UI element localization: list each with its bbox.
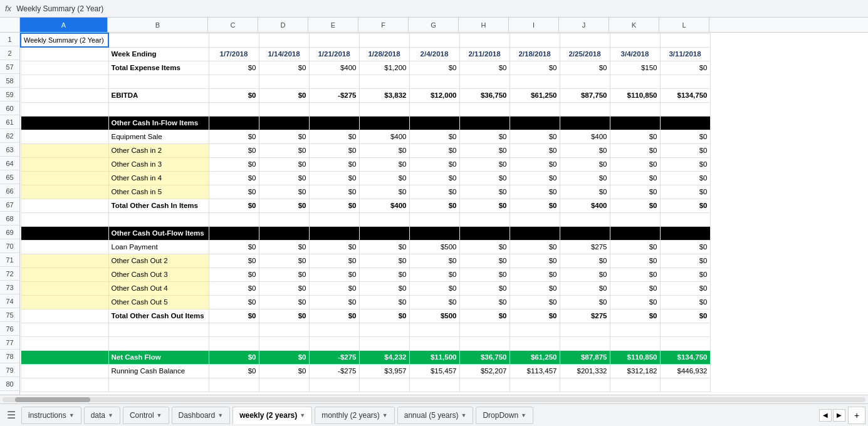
cell-f75[interactable]: $0 (359, 309, 409, 323)
cell-k57[interactable]: $150 (610, 61, 660, 75)
cell-k64[interactable]: $0 (610, 157, 660, 171)
cell-f72[interactable]: $0 (359, 268, 409, 281)
cell-b65[interactable]: Other Cash in 4 (108, 171, 209, 185)
cell-a79[interactable] (21, 364, 108, 378)
cell-k1[interactable] (610, 33, 660, 47)
cell-i65[interactable]: $0 (510, 171, 560, 185)
cell-d59[interactable]: $0 (259, 88, 309, 102)
cell-d72[interactable]: $0 (259, 268, 309, 281)
cell-h1[interactable] (459, 33, 510, 47)
cell-h67[interactable]: $0 (459, 199, 510, 212)
cell-l61[interactable] (660, 116, 710, 130)
cell-l76[interactable] (660, 323, 710, 336)
cell-c79[interactable]: $0 (209, 364, 259, 378)
cell-k80[interactable] (610, 378, 660, 392)
cell-l57[interactable]: $0 (660, 61, 710, 75)
cell-a73[interactable] (21, 281, 108, 295)
cell-h68[interactable] (459, 212, 510, 226)
cell-f70[interactable]: $0 (359, 240, 409, 254)
cell-g58[interactable] (409, 75, 459, 88)
cell-g69[interactable] (409, 226, 459, 240)
cell-c63[interactable]: $0 (209, 143, 259, 157)
cell-j79[interactable]: $201,332 (560, 364, 610, 378)
cell-h74[interactable]: $0 (459, 295, 510, 309)
cell-d74[interactable]: $0 (259, 295, 309, 309)
cell-k62[interactable]: $0 (610, 130, 660, 143)
cell-a80[interactable] (21, 378, 108, 392)
cell-b68[interactable] (108, 212, 209, 226)
cell-f61[interactable] (359, 116, 409, 130)
cell-h69[interactable] (459, 226, 510, 240)
cell-i68[interactable] (510, 212, 560, 226)
cell-k60[interactable] (610, 102, 660, 116)
cell-h73[interactable]: $0 (459, 281, 510, 295)
cell-g66[interactable]: $0 (409, 185, 459, 199)
scroll-left-button[interactable]: ◀ (819, 409, 832, 422)
cell-g61[interactable] (409, 116, 459, 130)
cell-g57[interactable]: $0 (409, 61, 459, 75)
cell-h58[interactable] (459, 75, 510, 88)
cell-f74[interactable]: $0 (359, 295, 409, 309)
cell-l62[interactable]: $0 (660, 130, 710, 143)
cell-e57[interactable]: $400 (309, 61, 359, 75)
cell-f2[interactable]: 1/28/2018 (359, 47, 409, 61)
cell-i58[interactable] (510, 75, 560, 88)
col-header-g[interactable]: G (409, 18, 459, 32)
cell-i78[interactable]: $61,250 (510, 350, 560, 364)
cell-a75[interactable] (21, 309, 108, 323)
cell-l66[interactable]: $0 (660, 185, 710, 199)
cell-c67[interactable]: $0 (209, 199, 259, 212)
cell-g74[interactable]: $0 (409, 295, 459, 309)
cell-d70[interactable]: $0 (259, 240, 309, 254)
cell-l69[interactable] (660, 226, 710, 240)
cell-h64[interactable]: $0 (459, 157, 510, 171)
cell-a68[interactable] (21, 212, 108, 226)
cell-e71[interactable]: $0 (309, 254, 359, 268)
cell-d79[interactable]: $0 (259, 364, 309, 378)
cell-f58[interactable] (359, 75, 409, 88)
cell-j69[interactable] (560, 226, 610, 240)
cell-a66[interactable] (21, 185, 108, 199)
cell-h79[interactable]: $52,207 (459, 364, 510, 378)
cell-c66[interactable]: $0 (209, 185, 259, 199)
cell-e62[interactable]: $0 (309, 130, 359, 143)
tab-annual-5years[interactable]: annual (5 years) ▼ (397, 407, 474, 424)
col-header-l[interactable]: L (659, 18, 709, 32)
cell-l78[interactable]: $134,750 (660, 350, 710, 364)
cell-f68[interactable] (359, 212, 409, 226)
cell-j68[interactable] (560, 212, 610, 226)
cell-f71[interactable]: $0 (359, 254, 409, 268)
scroll-right-button[interactable]: ▶ (833, 409, 845, 422)
cell-k65[interactable]: $0 (610, 171, 660, 185)
cell-b58[interactable] (108, 75, 209, 88)
cell-b2[interactable]: Week Ending (108, 47, 209, 61)
cell-f66[interactable]: $0 (359, 185, 409, 199)
cell-l58[interactable] (660, 75, 710, 88)
col-header-b[interactable]: B (108, 18, 208, 32)
cell-b64[interactable]: Other Cash in 3 (108, 157, 209, 171)
cell-g76[interactable] (409, 323, 459, 336)
col-header-e[interactable]: E (308, 18, 358, 32)
cell-k66[interactable]: $0 (610, 185, 660, 199)
cell-a2[interactable] (21, 47, 108, 61)
cell-e75[interactable]: $0 (309, 309, 359, 323)
cell-d77[interactable] (259, 336, 309, 350)
cell-j57[interactable]: $0 (560, 61, 610, 75)
cell-f77[interactable] (359, 336, 409, 350)
cell-d66[interactable]: $0 (259, 185, 309, 199)
cell-g1[interactable] (409, 33, 459, 47)
cell-i66[interactable]: $0 (510, 185, 560, 199)
cell-j67[interactable]: $400 (560, 199, 610, 212)
cell-a59[interactable] (21, 88, 108, 102)
cell-k78[interactable]: $110,850 (610, 350, 660, 364)
cell-f67[interactable]: $400 (359, 199, 409, 212)
cell-e64[interactable]: $0 (309, 157, 359, 171)
cell-h57[interactable]: $0 (459, 61, 510, 75)
cell-c78[interactable]: $0 (209, 350, 259, 364)
cell-b71[interactable]: Other Cash Out 2 (108, 254, 209, 268)
cell-d2[interactable]: 1/14/2018 (259, 47, 309, 61)
cell-d67[interactable]: $0 (259, 199, 309, 212)
cell-e70[interactable]: $0 (309, 240, 359, 254)
cell-i62[interactable]: $0 (510, 130, 560, 143)
cell-e79[interactable]: -$275 (309, 364, 359, 378)
